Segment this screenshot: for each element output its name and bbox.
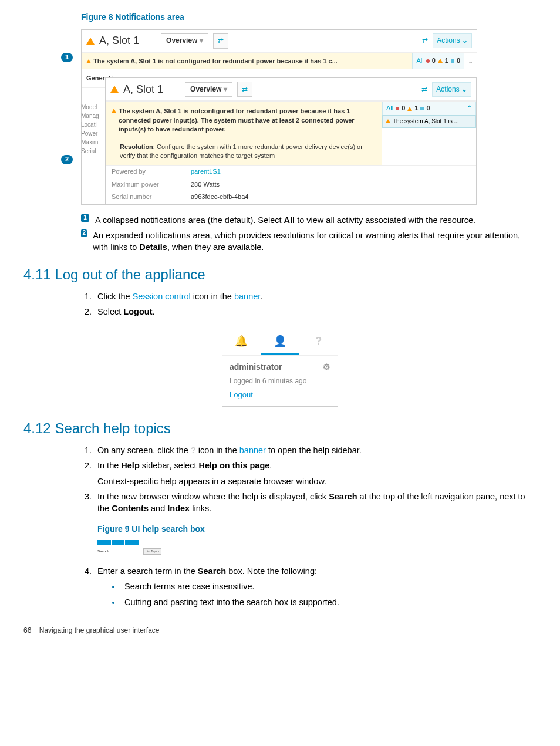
step-1: Click the Session control icon in the ba… <box>94 291 537 302</box>
session-tabs: 🔔 👤 ? <box>222 329 338 356</box>
banner-link[interactable]: banner <box>239 445 266 455</box>
figure8-title: Figure 8 Notifications area <box>81 12 537 23</box>
step-3: In the new browser window where the help… <box>94 491 537 555</box>
selected-notification[interactable]: The system A, Slot 1 is ... <box>382 115 476 128</box>
callout-1-ref: 1 <box>81 214 89 222</box>
panel1: A, Slot 1 Overview ▾ ⇄ ⇄ Actions ⌄ The s… <box>81 29 477 205</box>
callout-2-ref: 2 <box>81 229 87 237</box>
session-user: administrator⚙ <box>230 362 330 373</box>
critical-icon <box>426 59 430 63</box>
step-2: Select Logout. <box>94 306 537 318</box>
warning-icon <box>386 119 390 123</box>
list-topics-button[interactable]: List Topics <box>143 548 161 555</box>
section-4-12-title: 4.12 Search help topics <box>23 418 537 438</box>
warning-icon <box>86 59 91 63</box>
page-footer: 66 Navigating the graphical user interfa… <box>23 626 537 636</box>
logout-link[interactable]: Logout <box>230 390 330 400</box>
slot-title: A, Slot 1 <box>99 33 139 48</box>
bell-icon[interactable]: 🔔 <box>222 329 261 355</box>
search-input[interactable] <box>112 550 141 553</box>
section-4-12-steps: On any screen, click the ? icon in the b… <box>94 444 537 608</box>
row-powered-by: Powered byparentLS1 <box>106 166 476 178</box>
notif-message-full: The system A, Slot 1 is notconfigured fo… <box>119 107 376 134</box>
panel1-header: A, Slot 1 Overview ▾ ⇄ ⇄ Actions ⌄ <box>82 30 477 53</box>
user-icon[interactable]: 👤 <box>261 329 299 355</box>
map-icon[interactable]: ⇄ <box>237 82 252 97</box>
bullet-1: Search terms are case insensitive. <box>121 580 537 592</box>
notif-bar-collapsed[interactable]: The system A, Slot 1 is not configured f… <box>82 53 412 69</box>
info-icon <box>451 59 454 63</box>
expand-chevron[interactable]: ⌄ <box>464 53 477 69</box>
notif-message: The system A, Slot 1 is not configured f… <box>93 57 407 66</box>
legend-item-1: 1 A collapsed notifications area (the de… <box>81 214 537 226</box>
notif-bar-expanded: The system A, Slot 1 is notconfigured fo… <box>106 102 382 165</box>
powered-by-link[interactable]: parentLS1 <box>191 167 221 176</box>
critical-icon <box>396 107 399 110</box>
session-popover: 🔔 👤 ? administrator⚙ Logged in 6 minutes… <box>222 329 338 407</box>
step-2-sub: Context-specific help appears in a separ… <box>97 475 537 487</box>
help-icon[interactable]: ? <box>299 329 338 355</box>
help-tabs <box>97 540 139 545</box>
actions-dropdown[interactable]: Actions ⌄ <box>432 82 471 97</box>
warning-icon <box>112 109 116 113</box>
refresh-icon[interactable]: ⇄ <box>417 82 432 97</box>
callout-2: 2 <box>61 155 73 164</box>
gear-icon[interactable]: ⚙ <box>323 362 330 373</box>
step-1: On any screen, click the ? icon in the b… <box>94 444 537 456</box>
overview-dropdown[interactable]: Overview ▾ <box>185 82 232 97</box>
bullet-2: Cutting and pasting text into the search… <box>121 596 537 608</box>
warning-icon <box>110 86 119 93</box>
row-max-power: Maximum power280 Watts <box>106 178 476 191</box>
overview-dropdown[interactable]: Overview ▾ <box>161 33 208 48</box>
step-4: Enter a search term in the Search box. N… <box>94 565 537 608</box>
warning-icon <box>438 59 443 63</box>
figure9-title: Figure 9 UI help search box <box>97 524 537 535</box>
figure8-container: 1 2 A, Slot 1 Overview ▾ ⇄ ⇄ Actions ⌄ T… <box>81 29 477 205</box>
filter-all[interactable]: All 0 1 0 ⌃ <box>382 102 476 114</box>
actions-dropdown[interactable]: Actions ⌄ <box>433 33 472 48</box>
help-icon: ? <box>191 445 196 455</box>
legend-item-2: 2 An expanded notifications area, which … <box>81 229 537 254</box>
warning-icon <box>407 107 412 111</box>
step-4-bullets: Search terms are case insensitive. Cutti… <box>121 580 537 608</box>
banner-link[interactable]: banner <box>234 292 260 301</box>
info-rows: Powered byparentLS1 Maximum power280 Wat… <box>106 165 476 203</box>
filter-all[interactable]: All 0 1 0 <box>412 53 464 69</box>
figure9: Search List Topics <box>97 540 537 555</box>
figure8-legend: 1 A collapsed notifications area (the de… <box>81 214 537 254</box>
warning-icon <box>86 38 95 45</box>
step-2: In the Help sidebar, select Help on this… <box>94 460 537 487</box>
refresh-icon[interactable]: ⇄ <box>417 33 433 49</box>
resolution-text: Resolution: Configure the system with 1 … <box>112 134 376 161</box>
panel2-header: A, Slot 1 Overview ▾ ⇄ ⇄ Actions ⌄ <box>106 78 476 101</box>
row-serial: Serial numbera963fdec-ebfb-4ba4 <box>106 191 476 203</box>
callout-1: 1 <box>61 53 73 62</box>
info-icon <box>420 107 424 110</box>
session-control-link[interactable]: Session control <box>133 292 191 301</box>
collapse-chevron[interactable]: ⌃ <box>467 104 472 113</box>
section-4-11-title: 4.11 Log out of the appliance <box>23 265 537 285</box>
search-label: Search <box>97 549 109 553</box>
slot-title: A, Slot 1 <box>123 82 163 97</box>
section-4-11-steps: Click the Session control icon in the ba… <box>94 291 537 318</box>
session-time: Logged in 6 minutes ago <box>230 376 330 386</box>
sidebar-labels: ModelManagLocatiPowerMaximSerial <box>81 103 99 156</box>
map-icon[interactable]: ⇄ <box>213 33 228 49</box>
panel2: A, Slot 1 Overview ▾ ⇄ ⇄ Actions ⌄ The s… <box>105 77 477 204</box>
